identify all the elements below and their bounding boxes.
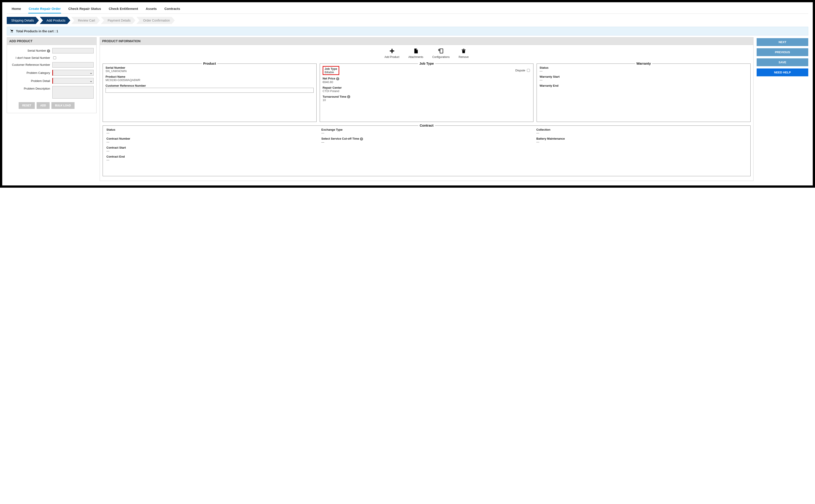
- warranty-status-value: —: [540, 69, 748, 73]
- turnaround-value: 10: [323, 98, 531, 102]
- main-nav: Home Create Repair Order Check Repair St…: [7, 4, 808, 14]
- wizard-stepper: Shipping Details Add Products Review Car…: [7, 17, 808, 24]
- crn-input[interactable]: [52, 62, 94, 68]
- product-name-value: MC9190-G30SWAQA6WR: [106, 78, 314, 82]
- warranty-status-label: Status: [540, 66, 748, 69]
- contract-status-value: —: [106, 131, 317, 135]
- warranty-fieldset: Warranty Status — Warranty Start — Warra…: [537, 64, 751, 122]
- contract-status-label: Status: [106, 128, 317, 131]
- reset-button[interactable]: RESET: [19, 102, 35, 109]
- dispute-checkbox[interactable]: [527, 69, 530, 72]
- add-button[interactable]: ADD: [37, 102, 50, 109]
- cart-summary-text: Total Products in the cart : 1: [16, 29, 58, 33]
- problem-description-label: Problem Description: [10, 86, 52, 90]
- next-button[interactable]: NEXT: [757, 38, 808, 46]
- product-serial-label: Serial Number: [106, 66, 314, 69]
- no-serial-label: I don't have Serial Number: [10, 56, 52, 59]
- problem-category-label: Problem Category: [10, 71, 52, 75]
- nav-check-repair-status[interactable]: Check Repair Status: [68, 5, 101, 13]
- problem-detail-label: Problem Detail: [10, 79, 52, 83]
- nav-home[interactable]: Home: [11, 5, 22, 13]
- previous-button[interactable]: PREVIOUS: [757, 48, 808, 56]
- net-price-value: €840.80: [323, 80, 531, 84]
- exchange-type-label: Exchange Type: [321, 128, 532, 131]
- warranty-end-label: Warranty End: [540, 84, 748, 87]
- gear-device-icon: [438, 48, 444, 55]
- trash-icon: [461, 48, 467, 55]
- product-info-header: PRODUCT INFORMATION: [100, 37, 753, 45]
- contract-start-value: —: [106, 149, 317, 153]
- dispute-label: Dispute: [515, 69, 525, 72]
- problem-category-select[interactable]: [52, 70, 94, 76]
- repair-center-label: Repair Center: [323, 86, 531, 89]
- contract-fieldset: Contract Status— Contract Number— Contra…: [103, 125, 751, 176]
- serial-number-input[interactable]: [52, 48, 94, 53]
- step-order-confirmation[interactable]: Order Confirmation: [136, 17, 175, 24]
- net-price-label: Net Price i: [323, 77, 531, 80]
- step-payment-details[interactable]: Payment Details: [101, 17, 135, 24]
- add-product-header: ADD PRODUCT: [7, 37, 97, 45]
- contract-number-label: Contract Number: [106, 137, 317, 140]
- contract-end-label: Contract End: [106, 155, 317, 158]
- product-serial-value: SN_UNKNOWN: [106, 69, 314, 73]
- nav-assets[interactable]: Assets: [145, 5, 157, 13]
- repair-center-value: CTDI Poland: [323, 89, 531, 93]
- exchange-type-value: —: [321, 131, 532, 135]
- product-name-label: Product Name: [106, 75, 314, 78]
- product-crn-input[interactable]: [106, 88, 314, 93]
- info-icon[interactable]: i: [47, 49, 50, 53]
- cart-icon: [10, 29, 14, 33]
- attachments-action[interactable]: Attachments: [408, 48, 423, 59]
- collection-value: —: [536, 131, 747, 135]
- crn-label: Customer Reference Number: [10, 63, 52, 66]
- document-icon: [413, 48, 419, 55]
- turnaround-label: Turnaround Time i: [323, 95, 531, 99]
- collection-label: Collection: [536, 128, 747, 131]
- battery-value: —: [536, 140, 747, 144]
- job-type-fieldset: Job Type Job Type Billable Dispute: [320, 64, 534, 122]
- step-add-products[interactable]: Add Products: [40, 17, 70, 24]
- svg-point-1: [438, 49, 440, 51]
- nav-check-entitlement[interactable]: Check Entitlement: [108, 5, 139, 13]
- problem-detail-select[interactable]: [52, 78, 94, 84]
- contract-start-label: Contract Start: [106, 146, 317, 149]
- configurations-action[interactable]: Configurations: [432, 48, 449, 59]
- remove-action[interactable]: Remove: [459, 48, 469, 59]
- battery-label: Battery Maintenance: [536, 137, 747, 140]
- contract-end-value: —: [106, 158, 317, 162]
- info-icon[interactable]: i: [347, 95, 350, 98]
- cutoff-label: Select Service Cut-off Time i: [321, 137, 532, 141]
- job-type-highlight: Job Type Billable: [323, 66, 339, 75]
- product-crn-label: Customer Reference Number: [106, 84, 314, 87]
- need-help-button[interactable]: NEED HELP: [757, 68, 808, 76]
- plus-icon: [389, 48, 395, 55]
- svg-rect-0: [440, 49, 443, 53]
- no-serial-checkbox[interactable]: [53, 56, 56, 59]
- add-product-action[interactable]: Add Product: [385, 48, 399, 59]
- info-icon[interactable]: i: [336, 77, 339, 80]
- info-icon[interactable]: i: [360, 137, 363, 141]
- cart-summary-bar: Total Products in the cart : 1: [7, 27, 808, 35]
- warranty-start-value: —: [540, 78, 748, 82]
- save-button[interactable]: SAVE: [757, 58, 808, 66]
- contract-number-value: —: [106, 140, 317, 144]
- bulk-load-button[interactable]: BULK LOAD: [51, 102, 75, 109]
- product-fieldset: Product Serial Number SN_UNKNOWN Product…: [103, 64, 317, 122]
- serial-number-label: Serial Number i: [10, 49, 52, 53]
- cutoff-value: —: [321, 141, 532, 144]
- step-shipping-details[interactable]: Shipping Details: [7, 17, 39, 24]
- nav-create-repair-order[interactable]: Create Repair Order: [28, 5, 61, 13]
- nav-contracts[interactable]: Contracts: [164, 5, 181, 13]
- step-review-cart[interactable]: Review Cart: [71, 17, 100, 24]
- problem-description-textarea[interactable]: [52, 86, 94, 99]
- warranty-start-label: Warranty Start: [540, 75, 748, 78]
